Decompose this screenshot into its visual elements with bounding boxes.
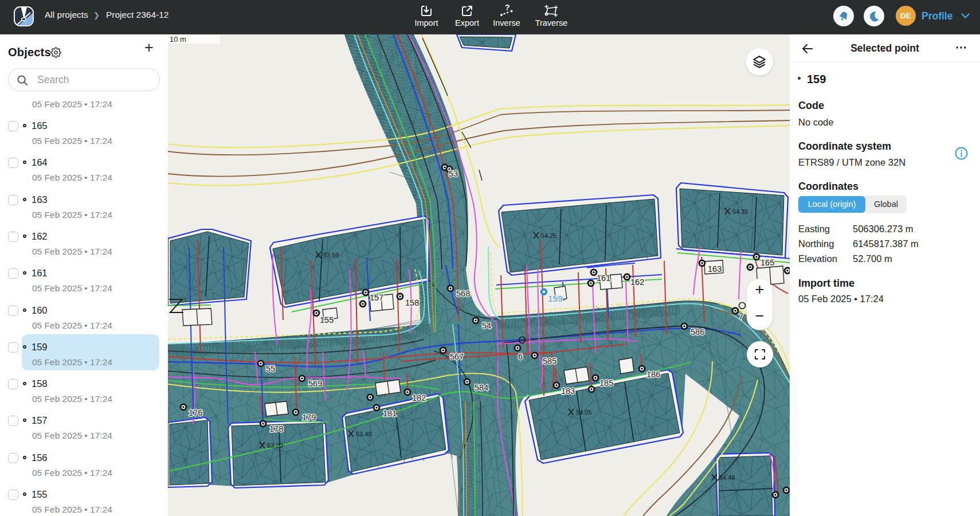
svg-text:182: 182 <box>412 393 426 402</box>
svg-text:568: 568 <box>456 289 470 298</box>
svg-text:165: 165 <box>761 258 774 267</box>
svg-text:567: 567 <box>450 352 464 361</box>
svg-text:179: 179 <box>302 413 316 422</box>
svg-text:54.48: 54.48 <box>719 474 735 481</box>
svg-text:163: 163 <box>708 264 722 273</box>
svg-text:178: 178 <box>269 424 283 433</box>
svg-text:155: 155 <box>320 315 334 325</box>
svg-text:183: 183 <box>561 386 575 396</box>
svg-text:162: 162 <box>630 277 644 287</box>
svg-text:584: 584 <box>475 383 488 392</box>
svg-text:161: 161 <box>597 273 610 283</box>
svg-text:569: 569 <box>308 379 322 388</box>
svg-text:6: 6 <box>518 352 523 361</box>
svg-text:185: 185 <box>599 378 613 388</box>
svg-text:7: 7 <box>739 312 743 321</box>
svg-text:54.35: 54.35 <box>732 208 748 215</box>
svg-text:55: 55 <box>266 364 275 373</box>
svg-text:181: 181 <box>383 409 397 418</box>
svg-text:53: 53 <box>449 169 458 178</box>
svg-text:186: 186 <box>646 370 660 379</box>
svg-text:53.59: 53.59 <box>323 252 339 259</box>
svg-text:586: 586 <box>691 327 704 337</box>
svg-text:53.40: 53.40 <box>356 431 372 437</box>
svg-text:158: 158 <box>405 298 419 307</box>
svg-text:53.20: 53.20 <box>267 442 283 449</box>
svg-text:585: 585 <box>543 357 556 366</box>
svg-text:54.05: 54.05 <box>576 409 592 416</box>
svg-text:?: ? <box>505 4 510 12</box>
svg-text:176: 176 <box>189 408 202 417</box>
svg-text:157: 157 <box>370 293 383 302</box>
svg-text:159: 159 <box>548 294 563 303</box>
svg-text:54: 54 <box>482 321 491 330</box>
svg-text:54.25: 54.25 <box>541 232 557 239</box>
